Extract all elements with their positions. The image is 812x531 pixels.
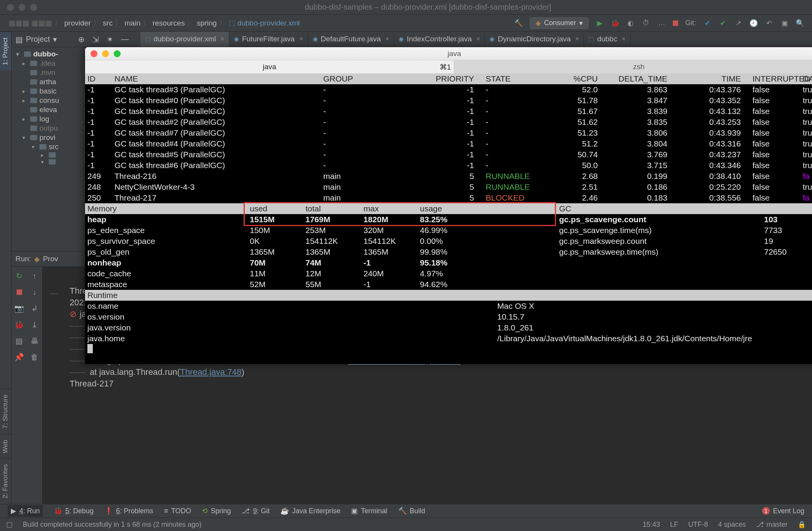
folder-icon bbox=[49, 159, 56, 165]
attach-icon[interactable]: … bbox=[657, 19, 666, 27]
history-icon[interactable]: 🕘 bbox=[749, 19, 758, 27]
crumb-resources[interactable]: resources bbox=[152, 19, 184, 27]
git-branch[interactable]: ⎇master bbox=[756, 520, 788, 529]
tool-tab-favorites[interactable]: 2: Favorites bbox=[0, 458, 11, 504]
vcs-commit-icon[interactable]: ✔ bbox=[718, 19, 727, 27]
tool-build[interactable]: 🔨Build bbox=[398, 507, 425, 515]
expand-all-icon[interactable]: ⇲ bbox=[92, 35, 99, 44]
tree-item[interactable]: eleva bbox=[12, 105, 85, 114]
tree-item[interactable]: ▸.idea bbox=[12, 59, 85, 68]
vcs-update-icon[interactable]: ✔ bbox=[703, 19, 711, 27]
editor-tab[interactable]: ◉DefaultFuture.java× bbox=[308, 32, 394, 47]
close-tab-icon[interactable]: × bbox=[386, 36, 389, 43]
profile-icon[interactable]: ⏱ bbox=[642, 19, 650, 27]
print-icon[interactable]: 🖶 bbox=[30, 336, 39, 345]
tree-item[interactable]: ▸log bbox=[12, 114, 85, 124]
crumb-file[interactable]: dubbo-provider.xml bbox=[237, 19, 300, 27]
tree-item[interactable]: .mvn bbox=[12, 68, 85, 77]
editor-tab[interactable]: ⬚dubbc× bbox=[584, 32, 630, 47]
status-encoding[interactable]: UTF-8 bbox=[688, 521, 708, 529]
tree-item[interactable]: ▸consu bbox=[12, 96, 85, 105]
run-config-select[interactable]: ◆ Consumer ▾ bbox=[530, 17, 589, 29]
search-everywhere-icon[interactable]: 🔍 bbox=[796, 19, 804, 27]
layout-icon[interactable]: ▤ bbox=[15, 336, 24, 345]
chevron-down-icon[interactable]: ▾ bbox=[53, 35, 57, 44]
tool-java-enterprise[interactable]: ☕Java Enterprise bbox=[280, 507, 340, 515]
crumb-provider[interactable]: provider bbox=[64, 19, 91, 27]
tree-item[interactable]: artha bbox=[12, 77, 85, 87]
stop-icon[interactable] bbox=[17, 289, 22, 295]
scroll-end-icon[interactable]: ⤓ bbox=[30, 320, 39, 329]
close-tab-icon[interactable]: × bbox=[476, 36, 480, 43]
tree-item[interactable]: ▾provi bbox=[12, 133, 85, 142]
pin-icon[interactable]: 📌 bbox=[15, 352, 24, 362]
run-icon[interactable]: ▶ bbox=[595, 19, 604, 27]
terminal-tab-zsh[interactable]: zsh bbox=[454, 60, 812, 73]
close-tab-icon[interactable]: × bbox=[622, 36, 625, 43]
event-log[interactable]: 1 Event Log bbox=[762, 507, 804, 515]
tree-root[interactable]: dubbo- bbox=[33, 50, 58, 58]
close-icon[interactable] bbox=[7, 4, 14, 11]
soft-wrap-icon[interactable]: ↲ bbox=[30, 304, 39, 313]
tool-problems[interactable]: ❗6: Problems bbox=[104, 507, 153, 515]
window-titlebar: dubbo-disf-samples – dubbo-provider.xml … bbox=[0, 0, 812, 15]
minimize-icon[interactable] bbox=[19, 4, 26, 11]
thread-row: 249Thread-216main5RUNNABLE2.680.1990:38.… bbox=[85, 171, 812, 182]
tool-todo[interactable]: ≡TODO bbox=[164, 507, 191, 515]
exception-icon[interactable]: ⊘ bbox=[70, 308, 77, 320]
column-header: GROUP bbox=[323, 73, 420, 84]
build-icon[interactable]: 🔨 bbox=[514, 19, 523, 27]
ide-update-icon[interactable]: ▣ bbox=[780, 19, 789, 27]
crumb-spring[interactable]: spring bbox=[197, 19, 217, 27]
editor-tab[interactable]: ◉DynamicDirectory.java× bbox=[485, 32, 584, 47]
tool-tab-web[interactable]: Web bbox=[0, 434, 11, 459]
tool-windows-icon[interactable]: ▢ bbox=[6, 520, 13, 529]
tool-terminal[interactable]: ▣Terminal bbox=[351, 507, 387, 515]
close-tab-icon[interactable]: × bbox=[575, 36, 579, 43]
camera-icon[interactable]: 📷 bbox=[15, 304, 24, 313]
tool-spring[interactable]: ⟲Spring bbox=[202, 507, 231, 515]
source-link[interactable]: Thread.java:748 bbox=[180, 367, 242, 377]
editor-tabs: ⬚dubbo-provider.xml×◉FutureFilter.java×◉… bbox=[140, 32, 807, 47]
close-tab-icon[interactable]: × bbox=[299, 36, 303, 43]
crumb-src[interactable]: src bbox=[103, 19, 113, 27]
hide-icon[interactable]: — bbox=[121, 35, 129, 44]
mem-header: total bbox=[305, 203, 363, 214]
vcs-push-icon[interactable]: ↗ bbox=[734, 19, 742, 27]
tree-item[interactable]: ▸basic bbox=[12, 87, 85, 96]
tool-run[interactable]: ▶4: Run bbox=[8, 505, 43, 517]
crumb-main[interactable]: main bbox=[125, 19, 140, 27]
tree-src[interactable]: src bbox=[49, 143, 58, 151]
tool-git[interactable]: ⎇9: Git bbox=[242, 507, 270, 515]
tool-tab-structure[interactable]: 7: Structure bbox=[0, 389, 11, 434]
project-view-icon[interactable]: ▤ bbox=[15, 35, 23, 44]
runtime-row: java.version1.8.0_261 bbox=[85, 322, 812, 333]
up-icon[interactable]: ↑ bbox=[30, 271, 39, 281]
debug-icon[interactable]: 🐞 bbox=[611, 19, 619, 27]
select-opened-icon[interactable]: ⊕ bbox=[78, 35, 85, 44]
close-tab-icon[interactable]: × bbox=[221, 36, 224, 43]
clear-icon[interactable]: 🗑 bbox=[30, 352, 39, 362]
down-icon[interactable]: ↓ bbox=[30, 288, 39, 297]
editor-tab[interactable]: ◉IndexController.java× bbox=[394, 32, 485, 47]
lock-icon[interactable]: 🔒 bbox=[798, 521, 806, 529]
rerun-icon[interactable]: ↻ bbox=[15, 271, 24, 281]
tree-item[interactable]: outpu bbox=[12, 124, 85, 133]
editor-tab[interactable]: ⬚dubbo-provider.xml× bbox=[140, 32, 229, 47]
breadcrumb[interactable]: ▦▦▦ ▦▦▦〉 provider〉 src〉 main〉 resources〉… bbox=[9, 18, 300, 28]
status-line-sep[interactable]: LF bbox=[670, 521, 678, 529]
coverage-icon[interactable]: ◐ bbox=[626, 19, 635, 27]
java-file-icon: ◉ bbox=[313, 36, 318, 43]
rollback-icon[interactable]: ↶ bbox=[765, 19, 773, 27]
debug-icon[interactable]: 🐞 bbox=[15, 320, 24, 329]
terminal-tab-java[interactable]: java ⌘1 bbox=[85, 60, 454, 73]
gear-icon[interactable]: ✶ bbox=[107, 35, 113, 44]
stop-icon[interactable] bbox=[673, 20, 678, 26]
maximize-icon[interactable] bbox=[30, 4, 37, 11]
folder-icon bbox=[30, 116, 37, 122]
status-indent[interactable]: 4 spaces bbox=[718, 521, 746, 529]
tool-tab-project[interactable]: 1: Project bbox=[0, 32, 11, 71]
tool-debug[interactable]: 🐞5: Debug bbox=[54, 507, 94, 515]
terminal-output[interactable]: IDNAMEGROUPPRIORITYSTATE%CPUDELTA_TIMETI… bbox=[85, 73, 812, 364]
editor-tab[interactable]: ◉FutureFilter.java× bbox=[229, 32, 308, 47]
